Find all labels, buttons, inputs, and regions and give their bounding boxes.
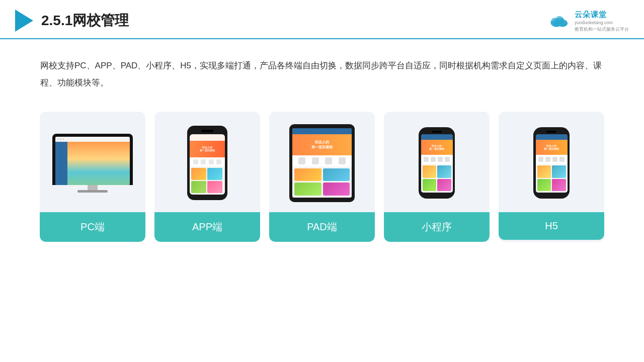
page-title: 2.5.1网校管理 (41, 11, 129, 30)
description-text: 网校支持PC、APP、PAD、小程序、H5，实现多端打通，产品各终端自由切换，数… (0, 39, 644, 102)
card-mini: 职达人的第一堂归课程 (384, 112, 490, 242)
card-pad-image: 职达人的第一堂归课程 (269, 112, 375, 212)
header: 2.5.1网校管理 云朵课堂 yunduoketan (0, 0, 644, 39)
card-h5-image: 职达人的第一堂归课程 (499, 112, 604, 212)
header-left: 2.5.1网校管理 (15, 10, 129, 32)
phone-device-mini: 职达人的第一堂归课程 (419, 127, 455, 199)
logo-tagline: 教育机构一站式服务云平台 (575, 26, 629, 33)
logo-domain: yunduoketang.com (575, 20, 629, 26)
logo-text-area: 云朵课堂 yunduoketang.com 教育机构一站式服务云平台 (575, 9, 629, 32)
card-h5-label: H5 (499, 212, 604, 240)
card-pc: PC端 (40, 112, 145, 242)
play-icon (15, 10, 33, 32)
card-mini-label: 小程序 (384, 212, 490, 242)
card-pc-label: PC端 (40, 212, 145, 242)
card-app: 职达人的第一堂归课程 (154, 112, 260, 242)
card-mini-image: 职达人的第一堂归课程 (384, 112, 490, 212)
phone-device-h5: 职达人的第一堂归课程 (533, 127, 570, 199)
cloud-icon (548, 13, 571, 29)
card-pc-image (40, 112, 145, 212)
card-h5: 职达人的第一堂归课程 (499, 112, 604, 242)
cards-container: PC端 职达人的第一堂归课程 (0, 102, 644, 242)
card-app-image: 职达人的第一堂归课程 (154, 112, 260, 212)
card-app-label: APP端 (154, 212, 260, 242)
card-pad: 职达人的第一堂归课程 (269, 112, 375, 242)
logo-cloud (548, 13, 571, 29)
card-pad-label: PAD端 (269, 212, 375, 242)
description-paragraph: 网校支持PC、APP、PAD、小程序、H5，实现多端打通，产品各终端自由切换，数… (40, 57, 604, 92)
phone-device-app: 职达人的第一堂归课程 (187, 126, 227, 200)
logo-name: 云朵课堂 (575, 9, 629, 20)
logo-area: 云朵课堂 yunduoketang.com 教育机构一站式服务云平台 (548, 9, 629, 32)
tablet-device: 职达人的第一堂归课程 (289, 124, 355, 202)
pc-monitor (52, 134, 133, 193)
